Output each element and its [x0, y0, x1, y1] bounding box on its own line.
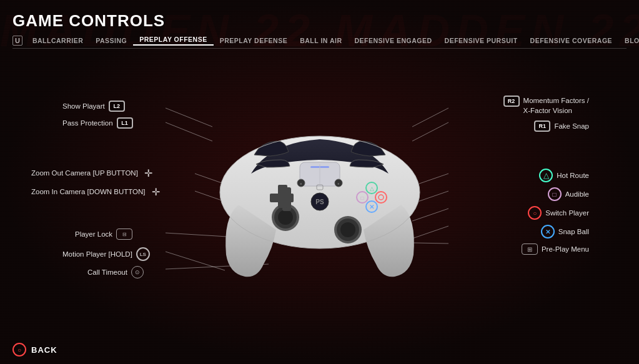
- show-playart-text: Show Playart: [62, 102, 105, 110]
- tab-ball-in-air[interactable]: BALL IN AIR: [294, 37, 348, 44]
- options-button: ⊙: [131, 266, 144, 278]
- circle-button: ○: [528, 206, 542, 220]
- tab-preplay-offense[interactable]: PREPLAY OFFENSE: [133, 36, 213, 46]
- dpad-up-icon: ✛: [142, 166, 156, 180]
- pass-protection-label: Pass Protection L1: [62, 117, 133, 129]
- audible-text: Audible: [565, 190, 589, 198]
- r1-button: R1: [534, 121, 550, 132]
- svg-text:□: □: [360, 195, 364, 201]
- triangle-button: △: [539, 169, 553, 182]
- svg-point-25: [340, 222, 355, 237]
- call-timeout-text: Call Timeout: [87, 268, 127, 276]
- fake-snap-text: Fake Snap: [554, 122, 589, 130]
- tab-ballcarrier[interactable]: BALLCARRIER: [26, 37, 89, 44]
- motion-player-text: Motion Player [HOLD]: [62, 250, 132, 258]
- snap-ball-label: ✕ Snap Ball: [541, 225, 589, 239]
- main-content: GAME CONTROLS U BALLCARRIER PASSING PREP…: [0, 0, 639, 364]
- player-lock-label: Player Lock ⊟: [75, 229, 132, 240]
- call-timeout-label: Call Timeout ⊙: [87, 266, 144, 278]
- tab-defensive-coverage[interactable]: DEFENSIVE COVERAGE: [524, 37, 619, 44]
- audible-label: □ Audible: [548, 187, 589, 201]
- svg-text:≡: ≡: [337, 182, 339, 185]
- x-button: ✕: [541, 225, 555, 239]
- svg-rect-28: [278, 185, 287, 208]
- ls-button: LS: [136, 247, 150, 261]
- back-button-icon: ○: [12, 343, 26, 357]
- momentum-text: Momentum Factors /X-Factor Vision: [523, 96, 589, 116]
- controller-image: PS △ □: [189, 89, 451, 283]
- tab-preplay-defense[interactable]: PREPLAY DEFENSE: [214, 37, 294, 44]
- zoom-out-text: Zoom Out Camera [UP BUTTON]: [31, 169, 138, 177]
- switch-player-label: ○ Switch Player: [528, 206, 589, 220]
- player-lock-text: Player Lock: [75, 230, 112, 238]
- zoom-in-text: Zoom In Camera [DOWN BUTTON]: [31, 188, 146, 195]
- svg-text:✕: ✕: [369, 204, 374, 210]
- preplay-menu-text: Pre-Play Menu: [542, 245, 589, 253]
- hot-route-text: Hot Route: [557, 172, 589, 179]
- nav-tabs: U BALLCARRIER PASSING PREPLAY OFFENSE PR…: [12, 36, 627, 49]
- tab-blocking[interactable]: BLOCKING: [618, 37, 639, 44]
- touchpad-button: ⊟: [116, 229, 132, 240]
- page-title: GAME CONTROLS: [12, 11, 627, 31]
- controller-svg: PS △ □: [189, 89, 451, 283]
- pass-protection-text: Pass Protection: [62, 119, 113, 127]
- tab-defensive-engaged[interactable]: DEFENSIVE ENGAGED: [349, 37, 438, 44]
- tab-passing[interactable]: PASSING: [89, 37, 133, 44]
- svg-text:△: △: [369, 185, 374, 192]
- back-label: BACK: [31, 345, 57, 355]
- header: GAME CONTROLS U BALLCARRIER PASSING PREP…: [0, 0, 639, 49]
- nav-left-icon: U: [12, 36, 22, 46]
- r2-button: R2: [503, 96, 520, 107]
- snap-ball-text: Snap Ball: [558, 228, 589, 235]
- tab-defensive-pursuit[interactable]: DEFENSIVE PURSUIT: [438, 37, 524, 44]
- hot-route-label: △ Hot Route: [539, 169, 589, 182]
- motion-player-label: Motion Player [HOLD] LS: [62, 247, 150, 261]
- dpad-down-icon: ✛: [149, 185, 163, 199]
- zoom-in-label: Zoom In Camera [DOWN BUTTON] ✛: [31, 185, 163, 199]
- show-playart-label: Show Playart L2: [62, 101, 125, 112]
- svg-point-22: [278, 210, 293, 225]
- square-button: □: [548, 187, 562, 201]
- svg-text:PS: PS: [315, 199, 324, 205]
- switch-player-text: Switch Player: [545, 209, 589, 217]
- momentum-label: R2 Momentum Factors /X-Factor Vision: [503, 96, 589, 116]
- l2-button: L2: [109, 101, 125, 112]
- zoom-out-label: Zoom Out Camera [UP BUTTON] ✛: [31, 166, 156, 180]
- svg-text:≡: ≡: [300, 182, 302, 185]
- preplay-button: ⊞: [522, 243, 538, 255]
- back-section[interactable]: ○ BACK: [12, 343, 57, 357]
- preplay-menu-label: ⊞ Pre-Play Menu: [522, 243, 589, 255]
- l1-button: L1: [117, 117, 133, 129]
- controller-area: PS △ □: [0, 49, 639, 336]
- fake-snap-label: R1 Fake Snap: [534, 121, 589, 132]
